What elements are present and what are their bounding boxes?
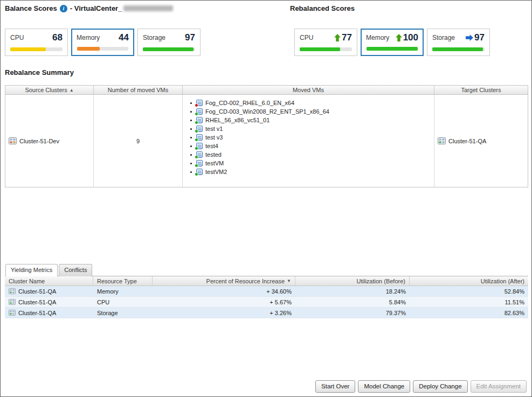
rebalanced-card-memory[interactable]: Memory 100 bbox=[361, 29, 424, 56]
resource-type-cell: Memory bbox=[93, 286, 153, 296]
vm-status-on-icon bbox=[195, 164, 198, 168]
utilization-after-cell: 82.63% bbox=[410, 308, 528, 318]
moved-vm-list: Fog_CD-002_RHEL_6.0_EN_x64 Fog_CD-003_Wi… bbox=[190, 100, 434, 175]
source-cluster-name: Cluster-51-Dev bbox=[19, 138, 59, 144]
vcenter-label: - VirtualCenter_ bbox=[70, 4, 122, 12]
page-title: Balance Scores bbox=[5, 4, 57, 12]
vm-icon bbox=[196, 134, 203, 141]
column-header-resource-type[interactable]: Resource Type bbox=[93, 276, 153, 285]
vm-status-on-icon bbox=[195, 155, 198, 159]
metrics-row-memory[interactable]: Cluster-51-QA Memory + 34.60% 18.24% 52.… bbox=[5, 286, 528, 297]
score-bar bbox=[367, 47, 418, 51]
vm-status-on-icon bbox=[195, 172, 198, 176]
metrics-row-cpu[interactable]: Cluster-51-QA CPU + 5.67% 5.84% 11.51% bbox=[5, 297, 528, 308]
utilization-before-cell: 18.24% bbox=[295, 286, 410, 296]
rebalance-summary-table: Source Clusters ▲ Number of moved VMs Mo… bbox=[5, 85, 528, 187]
tab-yielding-metrics[interactable]: Yielding Metrics bbox=[5, 264, 58, 276]
target-cluster-name: Cluster-51-QA bbox=[448, 138, 486, 144]
score-value: 97 bbox=[185, 32, 195, 43]
score-card-memory[interactable]: Memory 44 bbox=[71, 29, 134, 56]
moved-vm-item: Fog_CD-002_RHEL_6.0_EN_x64 bbox=[190, 100, 434, 106]
score-bar bbox=[432, 47, 485, 51]
yielding-metrics-table: Cluster Name Resource Type Percent of Re… bbox=[5, 276, 528, 318]
moved-vm-item: RHEL_56_x86_vc51_01 bbox=[190, 117, 434, 123]
cluster-icon bbox=[9, 288, 16, 294]
right-arrow-icon bbox=[466, 34, 473, 41]
deploy-change-button[interactable]: Deploy Change bbox=[413, 380, 467, 393]
resource-type-cell: CPU bbox=[93, 297, 153, 307]
moved-vm-item: test v1 bbox=[190, 126, 434, 132]
vm-icon bbox=[196, 143, 203, 149]
column-header-utilization-after[interactable]: Utilization (After) bbox=[410, 276, 528, 285]
metrics-table-header: Cluster Name Resource Type Percent of Re… bbox=[5, 276, 528, 286]
rebalanced-card-storage[interactable]: Storage 97 bbox=[427, 29, 490, 56]
vm-icon bbox=[196, 108, 203, 115]
score-label: Storage bbox=[143, 32, 165, 41]
vm-icon bbox=[196, 160, 203, 166]
vm-icon bbox=[196, 117, 203, 123]
resource-type-cell: Storage bbox=[93, 308, 153, 318]
source-cluster-cell: Cluster-51-Dev bbox=[5, 95, 94, 187]
column-header-target-clusters[interactable]: Target Clusters bbox=[434, 86, 528, 94]
vm-icon bbox=[196, 169, 203, 175]
cluster-name-cell: Cluster-51-QA bbox=[5, 297, 93, 307]
tab-conflicts[interactable]: Conflicts bbox=[59, 264, 92, 276]
cluster-name-cell: Cluster-51-QA bbox=[5, 286, 93, 296]
score-label: CPU bbox=[10, 32, 24, 41]
info-icon[interactable]: i bbox=[60, 5, 67, 12]
vm-status-on-icon bbox=[195, 147, 198, 150]
rebalance-summary-title: Rebalance Summary bbox=[5, 68, 74, 76]
vm-status-error-icon bbox=[195, 103, 198, 107]
vm-status-on-icon bbox=[195, 121, 198, 124]
utilization-after-cell: 11.51% bbox=[410, 297, 528, 307]
utilization-before-cell: 79.37% bbox=[295, 308, 410, 318]
start-over-button[interactable]: Start Over bbox=[315, 380, 355, 393]
score-label: Memory bbox=[77, 32, 100, 41]
column-header-percent-increase[interactable]: Percent of Resource Increase ▼ bbox=[153, 276, 295, 285]
vm-status-on-icon bbox=[195, 112, 198, 116]
percent-increase-cell: + 5.67% bbox=[153, 297, 295, 307]
column-header-utilization-before[interactable]: Utilization (Before) bbox=[295, 276, 410, 285]
rebalanced-card-cpu[interactable]: CPU 77 bbox=[294, 29, 357, 56]
score-value: 68 bbox=[52, 32, 63, 43]
column-header-moved-vms[interactable]: Moved VMs bbox=[183, 86, 434, 94]
vm-status-on-icon bbox=[195, 129, 198, 133]
moved-vms-cell: Fog_CD-002_RHEL_6.0_EN_x64 Fog_CD-003_Wi… bbox=[183, 95, 434, 187]
balance-scores-header: Balance Scores i - VirtualCenter_ bbox=[5, 4, 173, 12]
model-change-button[interactable]: Model Change bbox=[358, 380, 410, 393]
rebalanced-scores-title: Rebalanced Scores bbox=[290, 4, 355, 12]
score-value: 97 bbox=[474, 32, 485, 43]
moved-vm-item: tested bbox=[190, 151, 434, 158]
score-card-cpu[interactable]: CPU 68 bbox=[5, 29, 68, 56]
column-header-moved-count[interactable]: Number of moved VMs bbox=[94, 86, 183, 94]
footer-actions: Start Over Model Change Deploy Change Ed… bbox=[315, 380, 527, 393]
edit-assignment-button: Edit Assignment bbox=[471, 380, 527, 393]
redacted-vcenter-name bbox=[123, 5, 173, 11]
summary-table-row[interactable]: Cluster-51-Dev 9 Fog_CD-002_RHEL_6.0_EN_… bbox=[5, 95, 528, 187]
moved-vm-count: 9 bbox=[94, 95, 183, 187]
sort-desc-icon: ▼ bbox=[287, 278, 291, 283]
moved-vm-item: testVM bbox=[190, 160, 434, 166]
moved-vm-item: test v3 bbox=[190, 134, 434, 141]
column-header-cluster-name[interactable]: Cluster Name bbox=[5, 276, 93, 285]
utilization-after-cell: 52.84% bbox=[410, 286, 528, 296]
vm-icon bbox=[196, 100, 203, 106]
cluster-icon bbox=[9, 137, 17, 144]
column-header-source-clusters[interactable]: Source Clusters ▲ bbox=[5, 86, 94, 94]
score-value: 100 bbox=[403, 32, 418, 43]
sort-asc-icon: ▲ bbox=[70, 88, 74, 93]
up-arrow-icon bbox=[334, 34, 341, 41]
rebalance-page: Balance Scores i - VirtualCenter_ Rebala… bbox=[0, 0, 532, 397]
score-label: Memory bbox=[366, 32, 389, 41]
metrics-row-storage[interactable]: Cluster-51-QA Storage + 3.26% 79.37% 82.… bbox=[5, 308, 528, 318]
rebalanced-score-cards: CPU 77 Memory 100 bbox=[294, 29, 490, 56]
utilization-before-cell: 5.84% bbox=[295, 297, 410, 307]
score-card-storage[interactable]: Storage 97 bbox=[137, 29, 201, 56]
score-value: 44 bbox=[119, 32, 129, 43]
score-bar bbox=[300, 47, 352, 51]
moved-vm-item: Fog_CD-003_Win2008_R2_ENT_SP1_x86_64 bbox=[190, 108, 434, 115]
percent-increase-cell: + 34.60% bbox=[153, 286, 295, 296]
summary-table-header: Source Clusters ▲ Number of moved VMs Mo… bbox=[5, 86, 528, 95]
cluster-icon bbox=[9, 299, 16, 305]
score-bar bbox=[10, 47, 63, 51]
